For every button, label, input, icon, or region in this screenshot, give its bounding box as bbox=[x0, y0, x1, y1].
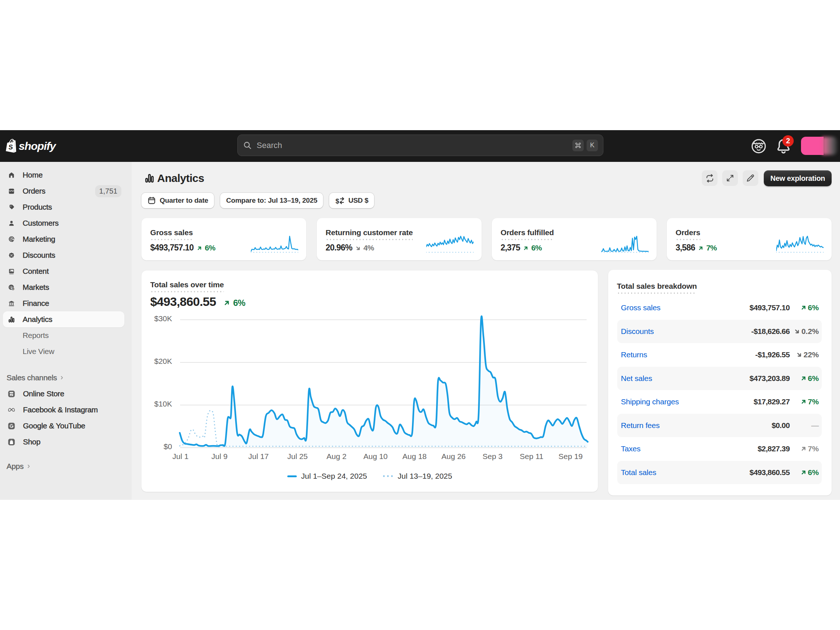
svg-text:S: S bbox=[8, 143, 13, 151]
svg-text:shopify: shopify bbox=[19, 140, 57, 152]
svg-text:$: $ bbox=[336, 197, 339, 205]
svg-text:$: $ bbox=[13, 287, 14, 290]
